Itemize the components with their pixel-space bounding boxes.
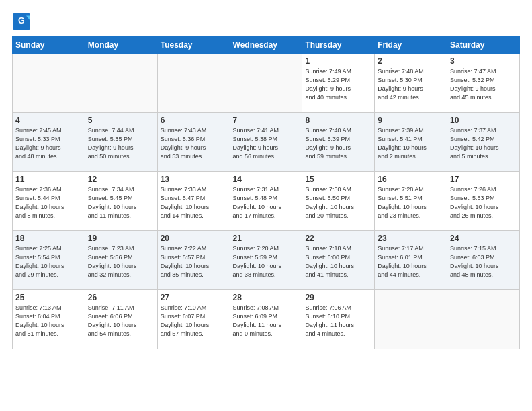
day-number: 9 [378, 116, 444, 125]
day-info: Sunrise: 7:36 AM Sunset: 5:44 PM Dayligh… [15, 185, 82, 220]
day-info: Sunrise: 7:48 AM Sunset: 5:30 PM Dayligh… [378, 67, 444, 102]
col-header-monday: Monday [85, 37, 157, 54]
calendar-cell [13, 54, 85, 113]
calendar-cell [375, 290, 447, 349]
calendar-cell: 13Sunrise: 7:33 AM Sunset: 5:47 PM Dayli… [157, 172, 230, 231]
day-number: 26 [88, 293, 154, 302]
day-number: 15 [305, 175, 371, 184]
day-number: 2 [378, 56, 444, 66]
day-number: 19 [88, 234, 154, 243]
calendar-cell: 17Sunrise: 7:26 AM Sunset: 5:53 PM Dayli… [447, 172, 520, 231]
day-number: 12 [88, 175, 154, 184]
col-header-thursday: Thursday [302, 37, 375, 54]
day-info: Sunrise: 7:44 AM Sunset: 5:35 PM Dayligh… [88, 126, 154, 161]
calendar-cell: 22Sunrise: 7:18 AM Sunset: 6:00 PM Dayli… [302, 231, 375, 290]
day-info: Sunrise: 7:49 AM Sunset: 5:29 PM Dayligh… [305, 67, 371, 102]
day-info: Sunrise: 7:18 AM Sunset: 6:00 PM Dayligh… [305, 244, 371, 279]
day-number: 28 [233, 293, 300, 302]
day-info: Sunrise: 7:37 AM Sunset: 5:42 PM Dayligh… [450, 126, 517, 161]
day-number: 10 [450, 116, 517, 125]
calendar-cell: 21Sunrise: 7:20 AM Sunset: 5:59 PM Dayli… [230, 231, 302, 290]
day-number: 6 [161, 116, 227, 125]
col-header-sunday: Sunday [13, 37, 85, 54]
day-number: 27 [161, 293, 227, 302]
day-number: 21 [233, 234, 300, 243]
day-info: Sunrise: 7:11 AM Sunset: 6:06 PM Dayligh… [88, 304, 154, 338]
day-info: Sunrise: 7:25 AM Sunset: 5:54 PM Dayligh… [15, 244, 82, 279]
day-number: 3 [450, 56, 517, 66]
col-header-friday: Friday [375, 37, 447, 54]
calendar-cell: 1Sunrise: 7:49 AM Sunset: 5:29 PM Daylig… [302, 54, 375, 113]
calendar-cell: 8Sunrise: 7:40 AM Sunset: 5:39 PM Daylig… [302, 113, 375, 172]
week-row-5: 25Sunrise: 7:13 AM Sunset: 6:04 PM Dayli… [13, 290, 520, 349]
calendar-cell [157, 54, 230, 113]
day-info: Sunrise: 7:15 AM Sunset: 6:03 PM Dayligh… [450, 244, 517, 279]
day-number: 7 [233, 116, 300, 125]
calendar-cell: 16Sunrise: 7:28 AM Sunset: 5:51 PM Dayli… [375, 172, 447, 231]
day-number: 4 [15, 116, 82, 125]
day-info: Sunrise: 7:06 AM Sunset: 6:10 PM Dayligh… [305, 304, 371, 338]
day-number: 22 [305, 234, 371, 243]
week-row-4: 18Sunrise: 7:25 AM Sunset: 5:54 PM Dayli… [13, 231, 520, 290]
day-info: Sunrise: 7:26 AM Sunset: 5:53 PM Dayligh… [450, 185, 517, 220]
day-info: Sunrise: 7:43 AM Sunset: 5:36 PM Dayligh… [161, 126, 227, 161]
day-number: 1 [305, 56, 371, 66]
calendar-cell: 3Sunrise: 7:47 AM Sunset: 5:32 PM Daylig… [447, 54, 520, 113]
calendar-cell: 27Sunrise: 7:10 AM Sunset: 6:07 PM Dayli… [157, 290, 230, 349]
day-number: 23 [378, 234, 444, 243]
day-number: 11 [15, 175, 82, 184]
calendar-cell: 11Sunrise: 7:36 AM Sunset: 5:44 PM Dayli… [13, 172, 85, 231]
calendar-cell: 10Sunrise: 7:37 AM Sunset: 5:42 PM Dayli… [447, 113, 520, 172]
day-info: Sunrise: 7:22 AM Sunset: 5:57 PM Dayligh… [161, 244, 227, 279]
calendar-cell: 29Sunrise: 7:06 AM Sunset: 6:10 PM Dayli… [302, 290, 375, 349]
calendar-cell [85, 54, 157, 113]
week-row-1: 1Sunrise: 7:49 AM Sunset: 5:29 PM Daylig… [13, 54, 520, 113]
day-info: Sunrise: 7:20 AM Sunset: 5:59 PM Dayligh… [233, 244, 300, 279]
calendar-cell: 6Sunrise: 7:43 AM Sunset: 5:36 PM Daylig… [157, 113, 230, 172]
logo-icon: G [12, 12, 31, 31]
col-header-wednesday: Wednesday [230, 37, 302, 54]
col-header-saturday: Saturday [447, 37, 520, 54]
day-info: Sunrise: 7:31 AM Sunset: 5:48 PM Dayligh… [233, 185, 300, 220]
svg-text:G: G [18, 16, 25, 26]
day-info: Sunrise: 7:39 AM Sunset: 5:41 PM Dayligh… [378, 126, 444, 161]
day-info: Sunrise: 7:30 AM Sunset: 5:50 PM Dayligh… [305, 185, 371, 220]
calendar-cell: 15Sunrise: 7:30 AM Sunset: 5:50 PM Dayli… [302, 172, 375, 231]
calendar-cell: 20Sunrise: 7:22 AM Sunset: 5:57 PM Dayli… [157, 231, 230, 290]
calendar-cell: 2Sunrise: 7:48 AM Sunset: 5:30 PM Daylig… [375, 54, 447, 113]
calendar-cell: 5Sunrise: 7:44 AM Sunset: 5:35 PM Daylig… [85, 113, 157, 172]
day-number: 13 [161, 175, 227, 184]
calendar-cell: 23Sunrise: 7:17 AM Sunset: 6:01 PM Dayli… [375, 231, 447, 290]
header: G [12, 12, 520, 31]
day-info: Sunrise: 7:13 AM Sunset: 6:04 PM Dayligh… [15, 304, 82, 338]
day-number: 17 [450, 175, 517, 184]
day-info: Sunrise: 7:41 AM Sunset: 5:38 PM Dayligh… [233, 126, 300, 161]
calendar-cell: 12Sunrise: 7:34 AM Sunset: 5:45 PM Dayli… [85, 172, 157, 231]
day-info: Sunrise: 7:28 AM Sunset: 5:51 PM Dayligh… [378, 185, 444, 220]
calendar-cell: 28Sunrise: 7:08 AM Sunset: 6:09 PM Dayli… [230, 290, 302, 349]
day-number: 14 [233, 175, 300, 184]
calendar-cell: 26Sunrise: 7:11 AM Sunset: 6:06 PM Dayli… [85, 290, 157, 349]
logo: G [12, 12, 34, 31]
day-info: Sunrise: 7:45 AM Sunset: 5:33 PM Dayligh… [15, 126, 82, 161]
day-number: 25 [15, 293, 82, 302]
header-row: SundayMondayTuesdayWednesdayThursdayFrid… [13, 37, 520, 54]
day-info: Sunrise: 7:23 AM Sunset: 5:56 PM Dayligh… [88, 244, 154, 279]
calendar-table: SundayMondayTuesdayWednesdayThursdayFrid… [12, 36, 520, 349]
calendar-cell: 14Sunrise: 7:31 AM Sunset: 5:48 PM Dayli… [230, 172, 302, 231]
day-info: Sunrise: 7:10 AM Sunset: 6:07 PM Dayligh… [161, 304, 227, 338]
day-info: Sunrise: 7:40 AM Sunset: 5:39 PM Dayligh… [305, 126, 371, 161]
day-number: 29 [305, 293, 371, 302]
calendar-cell: 25Sunrise: 7:13 AM Sunset: 6:04 PM Dayli… [13, 290, 85, 349]
day-number: 8 [305, 116, 371, 125]
day-number: 18 [15, 234, 82, 243]
calendar-cell: 7Sunrise: 7:41 AM Sunset: 5:38 PM Daylig… [230, 113, 302, 172]
day-number: 24 [450, 234, 517, 243]
calendar-cell: 24Sunrise: 7:15 AM Sunset: 6:03 PM Dayli… [447, 231, 520, 290]
day-info: Sunrise: 7:17 AM Sunset: 6:01 PM Dayligh… [378, 244, 444, 279]
calendar-cell: 9Sunrise: 7:39 AM Sunset: 5:41 PM Daylig… [375, 113, 447, 172]
day-info: Sunrise: 7:08 AM Sunset: 6:09 PM Dayligh… [233, 304, 300, 338]
col-header-tuesday: Tuesday [157, 37, 230, 54]
day-number: 16 [378, 175, 444, 184]
week-row-3: 11Sunrise: 7:36 AM Sunset: 5:44 PM Dayli… [13, 172, 520, 231]
